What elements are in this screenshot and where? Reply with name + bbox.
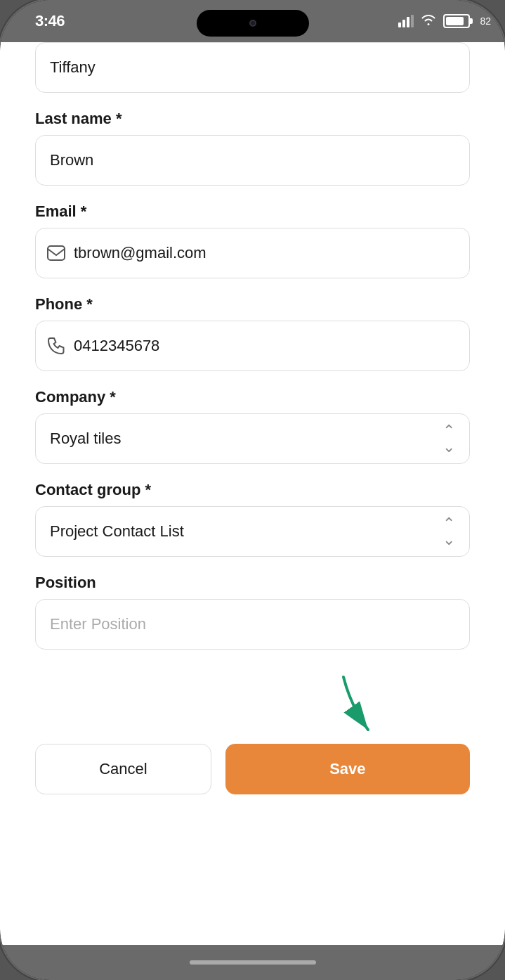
camera-dot (249, 20, 256, 27)
status-icons: 82 (398, 13, 470, 30)
home-bar (190, 960, 316, 965)
wifi-icon (421, 13, 436, 30)
lastname-label: Last name * (35, 110, 470, 128)
phone-value: 0412345678 (74, 337, 159, 355)
email-icon (47, 245, 65, 261)
contact-group-label: Contact group * (35, 481, 470, 499)
save-button[interactable]: Save (225, 744, 470, 794)
phone-frame: 3:46 (0, 0, 505, 980)
contact-group-field-group: Contact group * Project Contact List ⌃ ⌄ (35, 481, 470, 557)
status-bar: 3:46 (0, 0, 505, 42)
company-field-group: Company * Royal tiles ⌃ ⌄ (35, 388, 470, 464)
svg-rect-0 (48, 246, 65, 260)
company-select[interactable]: Royal tiles ⌃ ⌄ (35, 413, 470, 464)
battery-level: 82 (480, 15, 491, 27)
action-buttons: Cancel Save (35, 744, 470, 794)
position-placeholder: Enter Position (50, 615, 146, 633)
email-label: Email * (35, 202, 470, 221)
content-area: Tiffany Last name * Brown Email * (0, 42, 505, 945)
signal-icon (398, 15, 414, 27)
email-value: tbrown@gmail.com (74, 244, 206, 262)
phone-input[interactable]: 0412345678 (35, 321, 470, 371)
screen: 3:46 (0, 0, 505, 980)
home-indicator-area (0, 945, 505, 980)
lastname-input[interactable]: Brown (35, 135, 470, 186)
position-input[interactable]: Enter Position (35, 599, 470, 650)
contact-group-value: Project Contact List (50, 522, 184, 541)
status-time: 3:46 (35, 12, 65, 30)
position-field-group: Position Enter Position (35, 574, 470, 650)
email-input[interactable]: tbrown@gmail.com (35, 228, 470, 278)
green-arrow-icon (329, 670, 400, 747)
phone-icon (47, 337, 65, 355)
phone-label: Phone * (35, 295, 470, 314)
company-chevron-icon: ⌃ ⌄ (442, 423, 455, 455)
firstname-value: Tiffany (50, 58, 96, 77)
phone-field-group: Phone * 0412345678 (35, 295, 470, 371)
arrow-annotation (35, 666, 470, 737)
lastname-value: Brown (50, 151, 93, 169)
email-field-group: Email * tbrown@gmail.com (35, 202, 470, 278)
dynamic-island (197, 10, 309, 37)
cancel-button[interactable]: Cancel (35, 744, 211, 794)
contact-group-select[interactable]: Project Contact List ⌃ ⌄ (35, 506, 470, 557)
company-label: Company * (35, 388, 470, 406)
contact-group-chevron-icon: ⌃ ⌄ (442, 516, 455, 548)
form-panel: Tiffany Last name * Brown Email * (0, 42, 505, 945)
battery-fill (446, 17, 464, 25)
battery-icon: 82 (443, 14, 470, 28)
position-label: Position (35, 574, 470, 592)
company-value: Royal tiles (50, 430, 121, 448)
lastname-field-group: Last name * Brown (35, 110, 470, 186)
firstname-field-value[interactable]: Tiffany (35, 42, 470, 93)
